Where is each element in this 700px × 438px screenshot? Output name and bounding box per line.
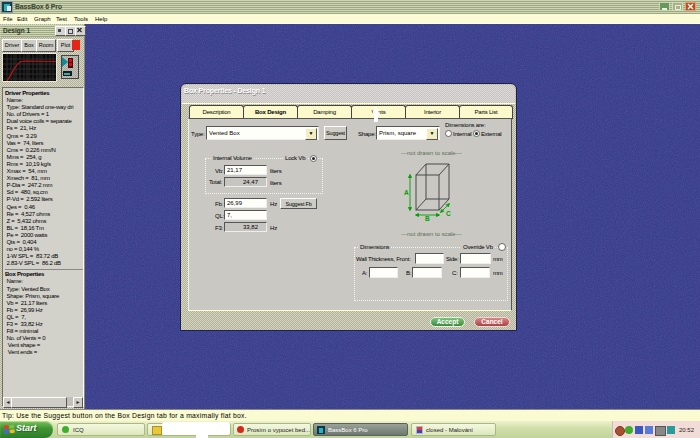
svg-text:A: A [404,189,409,196]
svg-text:B: B [425,215,430,222]
svg-text:C: C [446,210,451,217]
